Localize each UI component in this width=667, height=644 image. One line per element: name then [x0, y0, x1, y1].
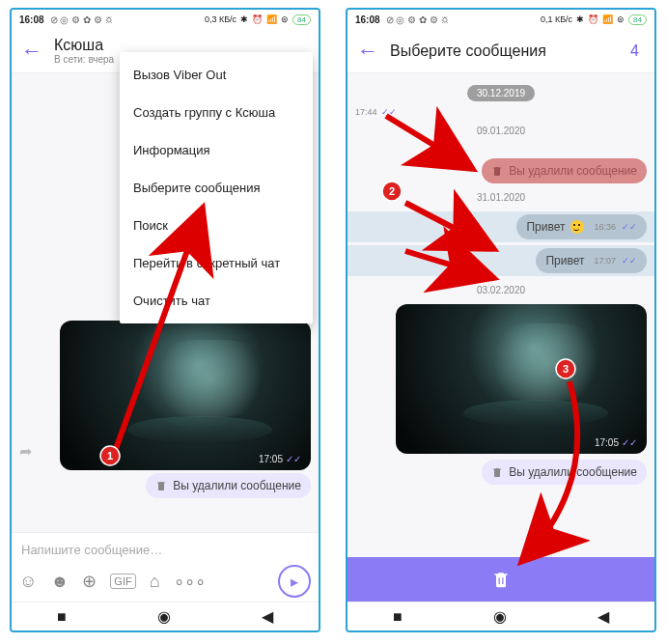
smile-emoji [570, 220, 584, 234]
menu-select-messages[interactable]: Выберите сообщения [120, 169, 313, 207]
nav-bar: ■ ◉ ◀ [347, 602, 654, 630]
status-icons-left: ⊘ ◎ ⚙ ✿ ⚙ ⛭ [50, 14, 115, 25]
trash-icon [491, 570, 511, 589]
deleted-message-selected[interactable]: Вы удалили сообщение [482, 158, 647, 183]
battery-indicator: 84 [628, 14, 647, 25]
menu-info[interactable]: Информация [120, 131, 313, 169]
status-right: 0,3 КБ/с ✱ ⏰ 📶 ⊜ 84 [205, 14, 311, 25]
chat-area: 30.12.2019 17:44✓✓ 09.01.2020 Вы удалили… [347, 73, 654, 557]
image-message[interactable]: 17:05✓✓ [60, 321, 311, 470]
alarm-icon: ⏰ [252, 14, 263, 24]
date-chip: 30.12.2019 [467, 85, 535, 101]
signal-icon: 📶 [602, 14, 613, 24]
selection-count: 4 [630, 42, 645, 60]
image-time: 17:05✓✓ [595, 437, 637, 448]
image-message[interactable]: 17:05✓✓ [396, 304, 647, 454]
status-bar: 16:08 ⊘ ◎ ⚙ ✿ ⚙ ⛭ 0,3 КБ/с ✱ ⏰ 📶 ⊜ 84 [12, 10, 319, 29]
composer: Напишите сообщение… ☺ ☻ ⊕ GIF ⌂ ∘∘∘ ▸ [12, 532, 319, 602]
menu-call-viber-out[interactable]: Вызов Viber Out [120, 56, 313, 94]
status-bar: 16:08 ⊘ ◎ ⚙ ✿ ⚙ ⛭ 0,1 КБ/с ✱ ⏰ 📶 ⊜ 84 [347, 10, 654, 29]
date-label: 31.01.2020 [467, 189, 535, 206]
nav-recents[interactable]: ■ [57, 608, 67, 626]
wifi-icon: ⊜ [281, 14, 289, 24]
chat-area: ➦ 17:05✓✓ Вы удалили сообщение [12, 309, 319, 530]
back-button[interactable]: ← [21, 39, 42, 64]
overflow-menu: Вызов Viber Out Создать группу с Ксюша И… [120, 52, 313, 323]
selection-title: Выберите сообщения [390, 42, 546, 60]
status-time: 16:08 [19, 14, 44, 25]
deleted-message: Вы удалили сообщение [482, 460, 647, 485]
alarm-icon: ⏰ [588, 14, 598, 24]
signal-icon: 📶 [266, 14, 277, 24]
nav-bar: ■ ◉ ◀ [12, 602, 319, 630]
message-input[interactable]: Напишите сообщение… [19, 539, 311, 565]
status-icons-left: ⊘ ◎ ⚙ ✿ ⚙ ⛭ [386, 14, 451, 25]
status-right: 0,1 КБ/с ✱ ⏰ 📶 ⊜ 84 [541, 14, 647, 25]
deleted-message: Вы удалили сообщение [146, 473, 311, 498]
more-icon[interactable]: ∘∘∘ [174, 571, 206, 592]
image-time: 17:05✓✓ [259, 454, 301, 464]
data-rate: 0,3 КБ/с [205, 14, 236, 24]
message-selected[interactable]: Привет 17:07 ✓✓ [536, 248, 647, 273]
date-label: 09.01.2020 [467, 123, 535, 139]
back-button[interactable]: ← [357, 39, 378, 64]
phone-screenshot-left: 16:08 ⊘ ◎ ⚙ ✿ ⚙ ⛭ 0,3 КБ/с ✱ ⏰ 📶 ⊜ 84 ← … [10, 8, 320, 632]
date-label: 03.02.2020 [467, 282, 535, 298]
message-selected[interactable]: Привет 16:36 ✓✓ [516, 214, 647, 239]
bluetooth-icon: ✱ [240, 14, 248, 24]
send-button[interactable]: ▸ [278, 565, 311, 598]
nav-recents[interactable]: ■ [393, 608, 403, 626]
phone-screenshot-right: 16:08 ⊘ ◎ ⚙ ✿ ⚙ ⛭ 0,1 КБ/с ✱ ⏰ 📶 ⊜ 84 ← … [346, 8, 656, 632]
msg-meta: 17:44✓✓ [355, 107, 647, 117]
bluetooth-icon: ✱ [576, 14, 584, 24]
data-rate: 0,1 КБ/с [541, 14, 572, 24]
nav-back[interactable]: ◀ [262, 607, 273, 626]
battery-indicator: 84 [292, 14, 311, 25]
nav-back[interactable]: ◀ [598, 607, 609, 626]
menu-search[interactable]: Поиск [120, 207, 313, 244]
menu-create-group[interactable]: Создать группу с Ксюша [120, 94, 313, 131]
trash-icon [155, 480, 167, 491]
wifi-icon: ⊜ [617, 14, 625, 24]
nav-home[interactable]: ◉ [157, 607, 171, 626]
emoji-icon[interactable]: ☻ [50, 572, 69, 592]
menu-secret-chat[interactable]: Перейти в секретный чат [120, 244, 313, 282]
camera-icon[interactable]: ⊕ [82, 571, 97, 592]
nav-home[interactable]: ◉ [493, 607, 507, 626]
shop-icon[interactable]: ⌂ [150, 572, 160, 592]
trash-icon [491, 165, 503, 177]
sticker-icon[interactable]: ☺ [19, 572, 37, 592]
share-icon[interactable]: ➦ [19, 442, 32, 461]
status-time: 16:08 [355, 14, 380, 25]
gif-icon[interactable]: GIF [110, 574, 135, 589]
delete-selected-bar[interactable] [347, 557, 654, 602]
menu-clear-chat[interactable]: Очистить чат [120, 282, 313, 320]
app-header-selection: ← Выберите сообщения 4 [347, 29, 654, 73]
trash-icon [491, 466, 503, 478]
